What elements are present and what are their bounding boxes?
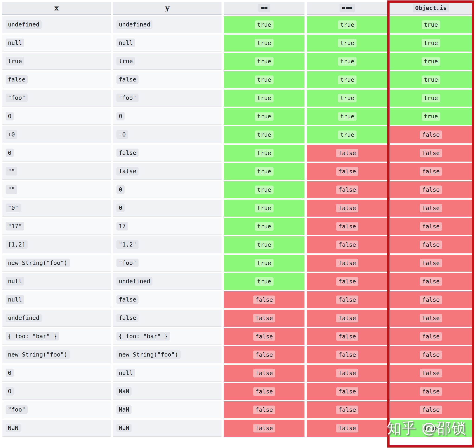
value-chip: null xyxy=(116,369,135,377)
value-chip: "" xyxy=(6,167,17,176)
result-chip: false xyxy=(336,167,358,176)
cell-y: 0 xyxy=(113,181,221,198)
value-chip: "foo" xyxy=(116,94,139,102)
result-chip: false xyxy=(336,149,358,157)
cell-eq-result: true xyxy=(224,126,305,143)
cell-x: 0 xyxy=(2,108,111,125)
table-row: NaNNaNfalsefalsetrue xyxy=(2,420,472,437)
cell-eq-result: true xyxy=(224,255,305,271)
table-row: 0falsetruefalsefalse xyxy=(2,145,472,161)
cell-eqq-result: true xyxy=(307,90,388,106)
result-chip: true xyxy=(338,112,357,121)
value-chip: [1,2] xyxy=(6,240,28,249)
table-row: nullfalsefalsefalsefalse xyxy=(2,291,472,308)
table-row: new String("foo")"foo"truefalsefalse xyxy=(2,255,472,271)
cell-ois-result: false xyxy=(390,255,472,271)
value-chip: NaN xyxy=(116,405,131,414)
result-chip: true xyxy=(338,75,357,84)
cell-y: false xyxy=(113,145,221,161)
cell-ois-result: false xyxy=(390,200,472,216)
table-body: undefinedundefinedtruetruetruenullnulltr… xyxy=(2,16,472,437)
cell-eqq-result: false xyxy=(307,420,388,437)
result-chip: true xyxy=(255,167,273,176)
cell-ois-result: false xyxy=(390,126,472,143)
column-header-x-label: x xyxy=(54,4,59,12)
cell-eqq-result: false xyxy=(307,255,388,271)
loose-equality-operator-chip: == xyxy=(258,4,270,12)
cell-x: 0 xyxy=(2,365,111,382)
table-row: "foo"NaNfalsefalsefalse xyxy=(2,401,472,418)
value-chip: false xyxy=(116,314,139,322)
cell-x: undefined xyxy=(2,16,111,33)
table-row: 0NaNfalsefalsefalse xyxy=(2,383,472,400)
cell-y: { foo: "bar" } xyxy=(113,328,221,345)
column-header-x: x xyxy=(2,2,111,15)
table-row: ""0truefalsefalse xyxy=(2,181,472,198)
value-chip: 0 xyxy=(116,204,125,212)
cell-y: "foo" xyxy=(113,90,221,106)
value-chip: true xyxy=(116,57,135,66)
result-chip: false xyxy=(253,295,275,304)
cell-x: new String("foo") xyxy=(2,346,111,363)
result-chip: false xyxy=(336,277,358,286)
result-chip: false xyxy=(253,314,275,322)
cell-ois-result: false xyxy=(390,163,472,180)
value-chip: true xyxy=(6,57,24,66)
value-chip: { foo: "bar" } xyxy=(116,332,170,341)
cell-y: -0 xyxy=(113,126,221,143)
cell-y: "1,2" xyxy=(113,236,221,253)
cell-eq-result: false xyxy=(224,365,305,382)
result-chip: false xyxy=(420,130,442,139)
value-chip: 0 xyxy=(6,387,14,396)
value-chip: NaN xyxy=(6,424,21,432)
column-header-y-label: y xyxy=(165,4,170,12)
result-chip: false xyxy=(420,387,442,396)
result-chip: false xyxy=(336,350,358,359)
cell-x: { foo: "bar" } xyxy=(2,328,111,345)
cell-x: "" xyxy=(2,181,111,198)
value-chip: "" xyxy=(6,185,17,194)
result-chip: true xyxy=(255,149,273,157)
cell-eqq-result: false xyxy=(307,218,388,235)
table-row: 00truetruetrue xyxy=(2,108,472,125)
value-chip: { foo: "bar" } xyxy=(6,332,59,341)
result-chip: false xyxy=(336,369,358,377)
cell-x: null xyxy=(2,273,111,290)
cell-y: undefined xyxy=(113,273,221,290)
cell-ois-result: true xyxy=(390,420,472,437)
column-header-y: y xyxy=(113,2,221,15)
cell-y: false xyxy=(113,291,221,308)
result-chip: false xyxy=(420,369,442,377)
table-row: nullundefinedtruefalsefalse xyxy=(2,273,472,290)
result-chip: true xyxy=(255,185,273,194)
column-header-strict-equality: === xyxy=(307,2,388,15)
cell-ois-result: false xyxy=(390,291,472,308)
value-chip: undefined xyxy=(116,20,153,29)
cell-x: "17" xyxy=(2,218,111,235)
result-chip: false xyxy=(336,295,358,304)
value-chip: false xyxy=(116,167,139,176)
cell-eq-result: true xyxy=(224,273,305,290)
result-chip: true xyxy=(255,259,273,267)
cell-y: false xyxy=(113,71,221,88)
cell-eqq-result: false xyxy=(307,401,388,418)
cell-eq-result: true xyxy=(224,53,305,70)
cell-ois-result: false xyxy=(390,365,472,382)
result-chip: false xyxy=(420,277,442,286)
result-chip: false xyxy=(420,405,442,414)
table-row: falsefalsetruetruetrue xyxy=(2,71,472,88)
equality-comparison-table: x y == === Object.is undefinedundefinedt… xyxy=(0,0,474,438)
result-chip: true xyxy=(255,277,273,286)
result-chip: false xyxy=(420,222,442,231)
cell-ois-result: false xyxy=(390,401,472,418)
cell-eq-result: true xyxy=(224,16,305,33)
cell-ois-result: true xyxy=(390,35,472,51)
cell-x: "foo" xyxy=(2,401,111,418)
value-chip: false xyxy=(116,295,139,304)
cell-eq-result: true xyxy=(224,181,305,198)
result-chip: false xyxy=(420,240,442,249)
result-chip: true xyxy=(422,75,440,84)
cell-ois-result: false xyxy=(390,346,472,363)
value-chip: null xyxy=(6,277,24,286)
cell-eqq-result: false xyxy=(307,273,388,290)
